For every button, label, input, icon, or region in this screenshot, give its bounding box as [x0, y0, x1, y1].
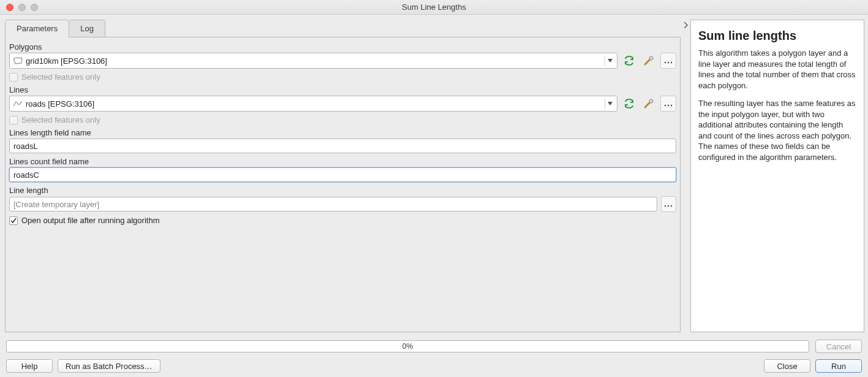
- run-button[interactable]: Run: [815, 359, 862, 373]
- svg-point-0: [649, 56, 653, 60]
- run-batch-button[interactable]: Run as Batch Process…: [58, 359, 160, 373]
- help-panel: Sum line lengths This algorithm takes a …: [690, 20, 864, 332]
- window-controls: [0, 4, 38, 11]
- select-polygons-source-button[interactable]: [660, 53, 676, 69]
- advanced-polygons-button[interactable]: [641, 53, 657, 69]
- polygons-selected-only-label: Selected features only: [21, 72, 100, 82]
- advanced-lines-button[interactable]: [641, 96, 657, 112]
- parameters-panel: Polygons grid10km [EPSG:3106]: [5, 37, 681, 332]
- checkbox-icon: [9, 116, 18, 124]
- tabstrip: Parameters Log: [5, 20, 681, 37]
- progress-text: 0%: [402, 342, 413, 351]
- help-title: Sum line lengths: [698, 29, 856, 43]
- zoom-window-icon[interactable]: [31, 4, 38, 11]
- open-output-label: Open output file after running algorithm: [21, 216, 159, 225]
- select-lines-source-button[interactable]: [660, 96, 676, 112]
- lines-layer-combo[interactable]: roads [EPSG:3106]: [9, 96, 617, 112]
- tab-log[interactable]: Log: [69, 20, 105, 37]
- svg-point-5: [665, 105, 666, 106]
- help-paragraph-2: The resulting layer has the same feature…: [698, 98, 856, 162]
- open-output-check[interactable]: Open output file after running algorithm: [9, 216, 676, 225]
- svg-point-3: [671, 62, 672, 63]
- splitter-handle[interactable]: [681, 20, 690, 332]
- svg-point-10: [671, 205, 672, 207]
- checkbox-icon: [9, 73, 18, 82]
- iterate-polygons-button[interactable]: [621, 53, 637, 69]
- length-field-input[interactable]: [9, 139, 676, 153]
- minimize-window-icon[interactable]: [18, 4, 26, 11]
- help-paragraph-1: This algorithm takes a polygon layer and…: [698, 48, 856, 91]
- svg-point-8: [665, 205, 666, 207]
- label-lines: Lines: [9, 85, 676, 94]
- tab-parameters[interactable]: Parameters: [5, 20, 69, 37]
- iterate-lines-button[interactable]: [621, 96, 637, 112]
- label-length-field: Lines length field name: [9, 128, 676, 137]
- line-layer-icon: [12, 99, 23, 108]
- polygon-layer-icon: [12, 56, 23, 65]
- close-window-icon[interactable]: [6, 4, 13, 11]
- polygons-layer-value: grid10km [EPSG:3106]: [26, 56, 107, 66]
- output-input[interactable]: [9, 197, 657, 211]
- svg-point-4: [649, 99, 653, 103]
- svg-point-7: [671, 105, 672, 106]
- chevron-down-icon: [605, 56, 614, 66]
- window-title: Sum Line Lengths: [0, 2, 868, 12]
- help-button[interactable]: Help: [6, 359, 53, 373]
- polygons-layer-combo[interactable]: grid10km [EPSG:3106]: [9, 53, 617, 69]
- progress-bar: 0%: [6, 340, 809, 352]
- label-polygons: Polygons: [9, 42, 676, 51]
- select-output-button[interactable]: [661, 196, 676, 212]
- footer: 0% Cancel Help Run as Batch Process… Clo…: [0, 336, 868, 377]
- titlebar: Sum Line Lengths: [0, 0, 868, 15]
- svg-point-9: [668, 205, 669, 207]
- svg-point-6: [668, 105, 669, 106]
- chevron-down-icon: [605, 99, 614, 109]
- close-button[interactable]: Close: [764, 359, 810, 373]
- label-count-field: Lines count field name: [9, 157, 676, 166]
- svg-point-2: [668, 62, 669, 63]
- label-output: Line length: [9, 186, 676, 195]
- svg-point-1: [665, 62, 666, 63]
- lines-selected-only-label: Selected features only: [21, 115, 100, 124]
- lines-selected-only-check: Selected features only: [9, 115, 676, 124]
- checkbox-checked-icon: [9, 216, 18, 225]
- count-field-input[interactable]: [9, 167, 676, 182]
- polygons-selected-only-check: Selected features only: [9, 72, 676, 82]
- cancel-button: Cancel: [815, 340, 862, 353]
- lines-layer-value: roads [EPSG:3106]: [26, 99, 94, 109]
